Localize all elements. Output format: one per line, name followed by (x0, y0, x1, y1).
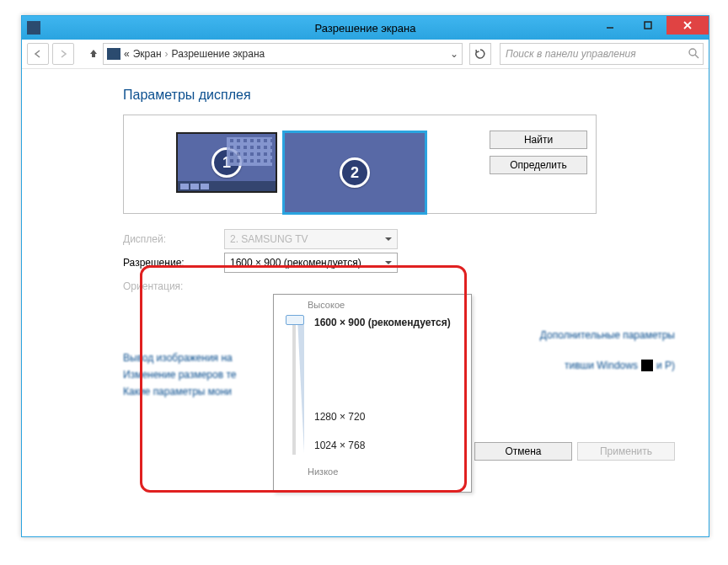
maximize-button[interactable] (629, 16, 666, 35)
titlebar[interactable]: Разрешение экрана (22, 16, 709, 40)
chevron-right-icon: › (165, 48, 169, 60)
display-icon (107, 48, 120, 60)
display-preview: 1 2 Найти Определить (123, 115, 597, 214)
toolbar: « Экран › Разрешение экрана ⌄ Поиск в па… (22, 40, 709, 69)
minimize-button[interactable] (591, 16, 629, 35)
svg-rect-1 (645, 22, 651, 29)
project-hint: тивши Windows и P) (540, 360, 675, 371)
monitor-1[interactable]: 1 (176, 132, 277, 193)
advanced-settings-link[interactable]: Дополнительные параметры (540, 329, 675, 341)
chevron-down-icon[interactable]: ⌄ (450, 48, 458, 60)
monitor-2[interactable]: 2 (282, 131, 427, 215)
slider-label-high: Высокое (308, 300, 466, 310)
slider-label-low: Низкое (308, 466, 466, 477)
breadcrumb-item[interactable]: Разрешение экрана (172, 48, 265, 60)
search-placeholder: Поиск в панели управления (506, 48, 636, 60)
close-button[interactable] (666, 16, 709, 35)
display-combo[interactable]: 2. SAMSUNG TV (224, 229, 398, 249)
breadcrumb-item[interactable]: Экран (133, 48, 162, 60)
display-label: Дисплей: (123, 233, 217, 245)
orientation-label: Ориентация: (123, 280, 217, 292)
detect-button[interactable]: Определить (490, 156, 587, 174)
resolution-option-3[interactable]: 1024 × 768 (314, 440, 365, 451)
find-button[interactable]: Найти (490, 131, 587, 149)
resolution-option-2[interactable]: 1280 × 720 (314, 411, 365, 423)
forward-button[interactable] (52, 43, 74, 65)
up-button[interactable] (88, 47, 99, 61)
slider-thumb[interactable] (286, 315, 304, 325)
row-display: Дисплей: 2. SAMSUNG TV (123, 227, 595, 251)
breadcrumb-root: « (124, 48, 130, 60)
apply-button[interactable]: Применить (577, 442, 675, 461)
resolution-combo[interactable]: 1600 × 900 (рекомендуется) (224, 253, 398, 273)
search-input[interactable]: Поиск в панели управления (500, 43, 704, 65)
resolution-option-1[interactable]: 1600 × 900 (рекомендуется) (314, 317, 451, 328)
windows-key-icon (641, 360, 653, 371)
breadcrumb[interactable]: « Экран › Разрешение экрана ⌄ (103, 43, 463, 65)
back-button[interactable] (27, 43, 49, 65)
search-icon (688, 47, 699, 61)
row-resolution: Разрешение: 1600 × 900 (рекомендуется) (123, 251, 595, 275)
resolution-label: Разрешение: (123, 257, 217, 269)
cancel-button[interactable]: Отмена (474, 442, 572, 461)
resolution-dropdown[interactable]: Высокое 1600 × 900 (рекомендуется) 1280 … (273, 294, 472, 493)
monitor-2-badge: 2 (340, 157, 370, 188)
resolution-slider[interactable] (281, 312, 311, 463)
svg-point-4 (689, 49, 696, 56)
window: Разрешение экрана (21, 15, 709, 537)
svg-line-5 (695, 55, 699, 58)
refresh-button[interactable] (469, 43, 491, 65)
page-title: Параметры дисплея (123, 88, 687, 103)
